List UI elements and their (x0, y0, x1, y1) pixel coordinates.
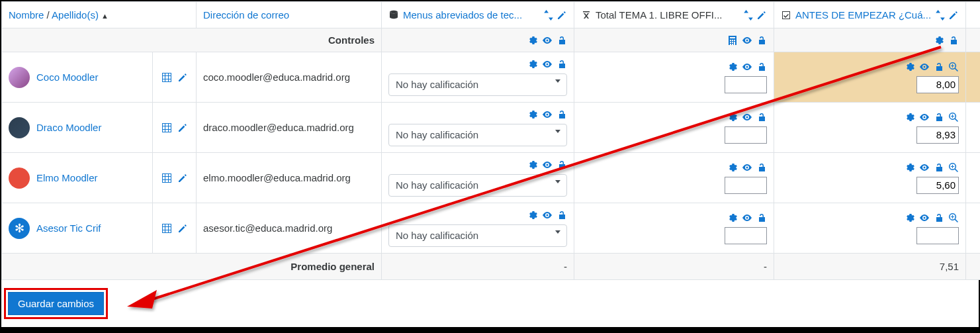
eye-icon[interactable] (542, 109, 553, 120)
grade-select[interactable]: No hay calificación (388, 174, 567, 197)
grid-icon[interactable] (161, 223, 172, 234)
calc-icon[interactable] (727, 35, 738, 46)
sort-name-link[interactable]: Nombre (9, 9, 44, 21)
pencil-icon[interactable] (948, 10, 959, 21)
grade-input[interactable] (916, 76, 959, 93)
average-col5: 7,51 (774, 254, 966, 280)
lock-icon[interactable] (557, 160, 567, 170)
sort-icon[interactable] (543, 10, 554, 21)
lock-icon[interactable] (934, 62, 944, 72)
svg-marker-2 (127, 290, 157, 309)
eye-icon[interactable] (919, 112, 930, 122)
eye-icon[interactable] (742, 62, 752, 72)
gear-icon[interactable] (727, 112, 738, 122)
gear-icon[interactable] (527, 35, 538, 46)
user-name-link[interactable]: Asesor Tic Crif (36, 222, 101, 234)
zoom-icon[interactable] (948, 162, 959, 173)
total-input[interactable] (725, 227, 767, 244)
controls-label: Controles (2, 28, 382, 52)
pencil-icon[interactable] (177, 173, 188, 183)
pencil-icon[interactable] (756, 10, 767, 21)
grid-icon[interactable] (161, 72, 172, 83)
lock-icon[interactable] (557, 109, 567, 120)
user-name-link[interactable]: Elmo Moodler (36, 172, 98, 183)
grid-icon[interactable] (161, 173, 172, 183)
avatar (9, 117, 30, 138)
user-name-link[interactable]: Draco Moodler (36, 122, 101, 133)
gear-icon[interactable] (905, 62, 915, 72)
avatar: ✻ (9, 218, 30, 239)
lock-icon[interactable] (557, 59, 567, 70)
eye-icon[interactable] (742, 162, 752, 173)
gear-icon[interactable] (905, 162, 915, 173)
pencil-icon[interactable] (177, 72, 188, 83)
pencil-icon[interactable] (177, 122, 188, 133)
col3-link[interactable]: Menus abreviados de tec... (403, 9, 522, 21)
grid-icon[interactable] (161, 122, 172, 133)
lock-icon[interactable] (934, 213, 944, 223)
table-row: Elmo Moodlerelmo.moodler@educa.madrid.or… (2, 153, 981, 203)
eye-icon[interactable] (742, 213, 752, 223)
total-input[interactable] (725, 76, 767, 93)
grade-select[interactable]: No hay calificación (388, 224, 567, 247)
eye-icon[interactable] (919, 213, 930, 223)
grade-select[interactable]: No hay calificación (388, 73, 567, 96)
gear-icon[interactable] (727, 162, 738, 173)
lock-icon[interactable] (934, 162, 944, 173)
grade-input[interactable] (916, 227, 959, 244)
zoom-icon[interactable] (948, 213, 959, 223)
email-cell: elmo.moodler@educa.madrid.org (197, 153, 382, 203)
header-extra (966, 2, 980, 28)
gear-icon[interactable] (527, 59, 538, 70)
gear-icon[interactable] (905, 112, 915, 122)
lock-icon[interactable] (948, 35, 959, 46)
gear-icon[interactable] (934, 35, 944, 46)
table-row: ✻Asesor Tic Crifasesor.tic@educa.madrid.… (2, 203, 981, 254)
eye-icon[interactable] (542, 35, 553, 46)
header-col5: ANTES DE EMPEZAR ¿Cuá... (774, 2, 966, 28)
user-name-link[interactable]: Coco Moodler (36, 71, 98, 83)
zoom-icon[interactable] (948, 62, 959, 72)
eye-icon[interactable] (742, 112, 752, 122)
grade-input[interactable] (916, 126, 959, 144)
eye-icon[interactable] (919, 162, 930, 173)
gear-icon[interactable] (727, 213, 738, 223)
email-cell: draco.moodler@educa.madrid.org (197, 103, 382, 153)
pencil-icon[interactable] (177, 223, 188, 234)
xbar-icon (581, 10, 592, 21)
col5-link[interactable]: ANTES DE EMPEZAR ¿Cuá... (795, 9, 931, 21)
lock-icon[interactable] (557, 35, 567, 46)
gear-icon[interactable] (527, 109, 538, 120)
pencil-icon[interactable] (557, 10, 567, 21)
lock-icon[interactable] (756, 62, 767, 72)
grade-select[interactable]: No hay calificación (388, 124, 567, 146)
average-label: Promedio general (2, 254, 382, 280)
save-button[interactable]: Guardar cambios (8, 292, 104, 315)
total-input[interactable] (725, 177, 767, 194)
table-row: Draco Moodlerdraco.moodler@educa.madrid.… (2, 103, 981, 153)
lock-icon[interactable] (557, 210, 567, 220)
lock-icon[interactable] (756, 213, 767, 223)
lock-icon[interactable] (756, 35, 767, 46)
average-col3: - (382, 254, 574, 280)
gear-icon[interactable] (527, 160, 538, 170)
eye-icon[interactable] (542, 210, 553, 220)
eye-icon[interactable] (542, 160, 553, 170)
lock-icon[interactable] (756, 162, 767, 173)
grade-input[interactable] (916, 177, 959, 194)
sort-icon[interactable] (743, 10, 754, 21)
eye-icon[interactable] (742, 35, 752, 46)
lock-icon[interactable] (756, 112, 767, 122)
sort-icon[interactable] (935, 10, 946, 21)
total-input[interactable] (725, 126, 767, 144)
eye-icon[interactable] (542, 59, 553, 70)
gear-icon[interactable] (905, 213, 915, 223)
sort-surname-link[interactable]: Apellido(s) (52, 9, 99, 21)
gear-icon[interactable] (527, 210, 538, 220)
eye-icon[interactable] (919, 62, 930, 72)
average-col4: - (574, 254, 774, 280)
zoom-icon[interactable] (948, 112, 959, 122)
sort-asc-icon: ▲ (101, 12, 109, 20)
gear-icon[interactable] (727, 62, 738, 72)
lock-icon[interactable] (934, 112, 944, 122)
